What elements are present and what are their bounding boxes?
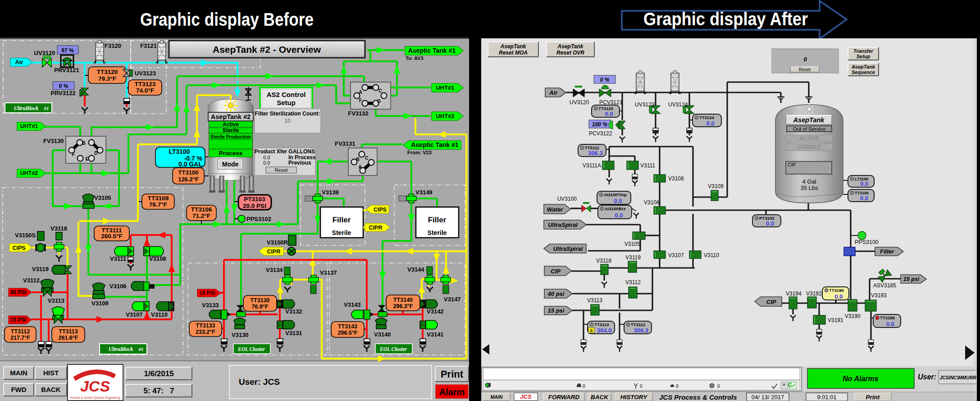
svg-text:04/ 13/ 2017: 04/ 13/ 2017 <box>752 394 784 401</box>
svg-text:Filler: Filler <box>428 216 447 224</box>
svg-text:Sterile Production: Sterile Production <box>210 134 251 139</box>
svg-text:BACK: BACK <box>591 394 609 401</box>
svg-text:CIPS: CIPS <box>12 245 25 251</box>
svg-text:Out of Service: Out of Service <box>793 126 826 132</box>
svg-text:B: B <box>82 140 86 146</box>
svg-text:V3111: V3111 <box>640 162 655 169</box>
svg-text:V3113: V3113 <box>48 297 64 304</box>
svg-text:JCS Process & Controls: JCS Process & Controls <box>659 393 737 401</box>
svg-text:To: AV3: To: AV3 <box>406 55 424 61</box>
svg-text:PCV3122: PCV3122 <box>589 130 612 137</box>
svg-text:V3105: V3105 <box>94 194 111 201</box>
svg-text:D: D <box>94 150 98 156</box>
svg-text:1/6/2015: 1/6/2015 <box>144 369 173 378</box>
svg-text:V3192: V3192 <box>806 290 822 297</box>
svg-text:UHT#1: UHT#1 <box>20 123 38 129</box>
svg-text:CIPR: CIPR <box>369 225 383 231</box>
svg-text:0: 0 <box>803 56 807 63</box>
svg-text:0.0: 0.0 <box>886 321 894 327</box>
svg-text:EOL Cluster: EOL Cluster <box>379 346 407 352</box>
svg-text:UV3124: UV3124 <box>668 101 688 108</box>
svg-text:126.2°F: 126.2°F <box>178 176 199 183</box>
svg-text:STERILE: STERILE <box>798 144 821 150</box>
svg-text:0.0: 0.0 <box>707 120 715 127</box>
svg-text:Active: Active <box>223 121 239 128</box>
svg-text:AsepTank #2: AsepTank #2 <box>211 113 251 120</box>
svg-text:76.7°F: 76.7°F <box>149 201 167 208</box>
svg-text:Filter Sterilization Count:: Filter Sterilization Count: <box>255 111 320 117</box>
svg-text:Graphic display After: Graphic display After <box>643 9 808 29</box>
svg-text:Print: Print <box>441 369 464 380</box>
svg-text:15 PSI: 15 PSI <box>200 290 215 295</box>
svg-text:V3140: V3140 <box>374 331 391 338</box>
svg-text:35 Lbs: 35 Lbs <box>800 184 818 191</box>
svg-text:Print: Print <box>866 394 880 401</box>
svg-text:UltraBlock: UltraBlock <box>14 105 39 111</box>
svg-text:261.6°F: 261.6°F <box>59 335 78 341</box>
svg-text:0 %: 0 % <box>600 77 610 83</box>
svg-text:296.3°F: 296.3°F <box>393 303 413 309</box>
svg-text:76.9°F: 76.9°F <box>252 304 269 310</box>
svg-text:V3105: V3105 <box>624 241 640 247</box>
svg-text:Transfer: Transfer <box>853 48 874 54</box>
svg-text:0.0: 0.0 <box>615 212 623 219</box>
svg-text:V3118: V3118 <box>50 225 67 232</box>
svg-text:V3194: V3194 <box>786 290 802 297</box>
svg-text:UltraSpiral: UltraSpiral <box>553 245 583 252</box>
svg-text:UHT#2: UHT#2 <box>20 170 38 176</box>
svg-text:UV3120: UV3120 <box>34 50 55 56</box>
svg-text:Mode: Mode <box>222 161 239 168</box>
svg-text:PRV3122: PRV3122 <box>50 90 75 97</box>
svg-text:TT3133: TT3133 <box>196 323 215 329</box>
svg-text:V3141: V3141 <box>427 331 444 338</box>
svg-text:D: D <box>377 98 381 104</box>
svg-text:V3143: V3143 <box>344 301 361 308</box>
svg-text:20.0 PSI: 20.0 PSI <box>243 203 266 209</box>
svg-text:AsepTank: AsepTank <box>793 116 825 124</box>
svg-text:V3190: V3190 <box>845 313 861 319</box>
svg-text:0.0: 0.0 <box>860 180 868 187</box>
svg-text:JCS: JCS <box>80 378 110 395</box>
svg-text:HISTORY: HISTORY <box>620 394 648 401</box>
svg-text:V3144: V3144 <box>407 266 424 273</box>
svg-text:TT3140: TT3140 <box>393 297 413 303</box>
svg-text:10: 10 <box>284 118 291 124</box>
svg-text:FWD: FWD <box>11 386 26 393</box>
svg-text:Air: Air <box>549 89 558 96</box>
svg-text:79.3°F: 79.3°F <box>98 75 116 82</box>
svg-text:V3112: V3112 <box>23 277 40 284</box>
svg-text:TT3123: TT3123 <box>135 81 156 88</box>
svg-text:260.5°F: 260.5°F <box>101 233 122 240</box>
svg-text:AI3100Tmp: AI3100Tmp <box>604 192 627 197</box>
svg-text:V3133: V3133 <box>202 302 219 309</box>
svg-text:JCS: JCS <box>520 393 532 400</box>
svg-text:V3110: V3110 <box>151 311 168 318</box>
svg-text:F: F <box>72 152 75 157</box>
svg-text:Process & Control Systems Engi: Process & Control Systems Engineering <box>70 396 120 400</box>
svg-text:TT3190: TT3190 <box>829 288 844 293</box>
svg-text:V3132: V3132 <box>285 308 302 315</box>
svg-text:B: B <box>356 157 360 162</box>
svg-text:PT3103: PT3103 <box>244 196 265 203</box>
svg-text:MAIN: MAIN <box>491 394 503 400</box>
svg-text:0.0: 0.0 <box>263 155 270 160</box>
svg-text:5: 47: 7: 5: 47: 7 <box>143 387 174 395</box>
svg-text:Filler: Filler <box>333 216 351 224</box>
svg-text:UV3120: UV3120 <box>570 99 589 106</box>
svg-text:296.5°F: 296.5°F <box>338 330 358 336</box>
svg-text:UV3100: UV3100 <box>557 196 577 202</box>
svg-text:0.0: 0.0 <box>614 198 622 204</box>
svg-text:40 psi: 40 psi <box>547 290 565 297</box>
svg-text:0.0: 0.0 <box>860 195 868 202</box>
svg-text:V3130: V3130 <box>232 332 249 338</box>
svg-text:UV3123: UV3123 <box>135 70 156 77</box>
svg-text:V3113: V3113 <box>587 297 602 304</box>
svg-text:From: V23: From: V23 <box>407 150 432 155</box>
svg-text:100 %: 100 % <box>592 121 607 128</box>
svg-text:233.2°F: 233.2°F <box>196 329 215 335</box>
svg-text:EOL Cluster: EOL Cluster <box>237 346 265 352</box>
svg-text:C: C <box>378 88 382 93</box>
svg-text:V3150R: V3150R <box>267 239 288 246</box>
svg-text:0.0: 0.0 <box>263 160 270 166</box>
svg-text:0.0: 0.0 <box>835 293 843 300</box>
